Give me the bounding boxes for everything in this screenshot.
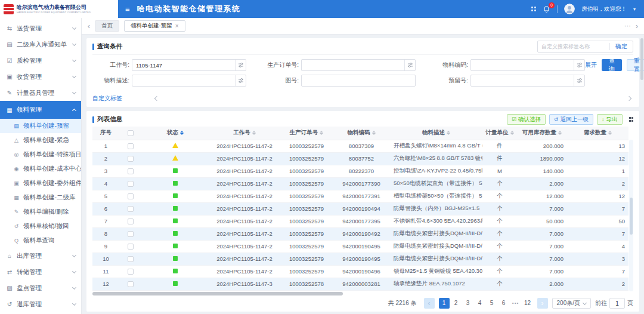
col-demand-qty[interactable]: 需求数量 (567, 127, 628, 140)
table-row[interactable]: 5 2024HPC1105-1147-2 10003252579 9420001… (92, 190, 628, 202)
tabs-forward-icon[interactable]: › (636, 22, 638, 30)
material-code-input[interactable] (471, 62, 574, 69)
material-desc-input[interactable] (132, 78, 235, 84)
col-work-no[interactable]: 工作号 (209, 127, 280, 140)
tab-home[interactable]: 首页 (95, 20, 119, 32)
sidebar-subitem-special-project[interactable]: ◎ 领料单创建-特殊项目 (0, 147, 81, 162)
fullscreen-icon[interactable] (531, 7, 536, 11)
sidebar-item-return-warehouse[interactable]: ↺ 退库管理 (0, 296, 81, 312)
scrollbar-thumb[interactable] (92, 292, 343, 295)
select-all-checkbox[interactable] (128, 130, 134, 136)
filter-icon[interactable] (235, 75, 246, 86)
goto-page-input[interactable] (609, 298, 625, 309)
col-status[interactable]: 状态 (142, 127, 209, 140)
page-number[interactable]: 1 (439, 298, 450, 309)
sort-icon[interactable] (608, 131, 612, 135)
sidebar-item-requisition[interactable]: ▦ 领料管理 (0, 101, 81, 119)
reserve-no-input[interactable] (471, 78, 574, 84)
page-size-select[interactable]: 200条/页 (552, 298, 591, 309)
chevron-right-icon[interactable] (627, 96, 631, 101)
row-checkbox[interactable] (128, 256, 134, 262)
avatar[interactable] (564, 4, 575, 14)
row-checkbox[interactable] (128, 156, 134, 162)
row-checkbox[interactable] (128, 218, 134, 224)
back-level-button[interactable]: ↺返回上一级 (549, 114, 593, 125)
sort-icon[interactable] (510, 131, 514, 135)
row-checkbox[interactable] (128, 168, 134, 174)
tag-search-input[interactable] (538, 44, 609, 50)
filter-icon[interactable] (404, 60, 415, 70)
tag-confirm-button[interactable]: 确定 (610, 42, 633, 51)
table-row[interactable]: 6 2024HPC1105-1147-2 10003252579 9420001… (92, 202, 628, 215)
page-number[interactable]: 2 (451, 298, 462, 309)
next-page-button[interactable]: › (537, 298, 548, 309)
sidebar-item-inbound-notice[interactable]: ▤ 二级库入库通知单 (0, 36, 81, 53)
sidebar-item-stocktake[interactable]: ▧ 盘点管理 (0, 280, 81, 296)
custom-tags-link[interactable]: 自定义标签 (92, 94, 122, 103)
table-row[interactable]: 9 2024HPC1105-1147-2 10003252579 9420001… (92, 240, 628, 253)
col-stock-qty[interactable]: 可用库存数量 (517, 127, 567, 140)
prev-page-button[interactable]: ‹ (424, 298, 435, 309)
table-row[interactable]: 3 2024HPC1105-1147-2 10003252579 8022237… (92, 165, 628, 177)
row-checkbox[interactable] (128, 244, 134, 250)
table-row[interactable]: 11 2024HPC1105-1147-2 10003252579 942000… (92, 265, 628, 278)
row-checkbox[interactable] (128, 143, 134, 149)
sort-icon[interactable] (372, 131, 376, 135)
sidebar-subitem-edit-delete[interactable]: ✎ 领料单编辑/删除 (0, 205, 81, 219)
page-number[interactable]: 6 (499, 298, 509, 309)
export-button[interactable]: ↓导出 (597, 114, 623, 125)
col-material-desc[interactable]: 物料描述 (390, 127, 482, 140)
user-menu-caret-icon[interactable]: ▾ (633, 7, 636, 12)
notification-bell-icon[interactable]: 0 (543, 5, 550, 13)
table-row[interactable]: 10 2024HPC1105-1147-2 10003252579 942000… (92, 253, 628, 265)
row-checkbox[interactable] (128, 193, 134, 199)
sidebar-item-outbound[interactable]: ⌂ 出库管理 (0, 248, 81, 264)
sort-icon[interactable] (447, 131, 450, 135)
sidebar-subitem-secondary-warehouse[interactable]: ▦ 领料单创建-二级库 (0, 190, 81, 205)
table-row[interactable]: 8 2024HPC1105-1147-2 10003252579 9420001… (92, 227, 628, 240)
page-scrollbar[interactable] (640, 38, 643, 80)
table-row[interactable]: 4 2024HPC1105-1147-2 10003252579 9420001… (92, 177, 628, 190)
sidebar-subitem-query[interactable]: Q 领料单查询 (0, 233, 81, 248)
sidebar-subitem-urgent[interactable]: △ 领料单创建-紧急 (0, 133, 81, 147)
sort-icon[interactable] (252, 131, 256, 135)
work-no-input[interactable] (132, 62, 235, 69)
order-no-input[interactable] (302, 62, 404, 69)
row-checkbox[interactable] (128, 281, 134, 287)
sidebar-item-receiving[interactable]: ▣ 收货管理 (0, 69, 81, 85)
column-settings-icon[interactable] (629, 117, 634, 122)
col-unit[interactable]: 计量单位 (482, 127, 517, 140)
sort-icon[interactable] (558, 131, 562, 135)
page-number[interactable]: 3 (463, 298, 473, 309)
confirm-selection-button[interactable]: ☑确认选择 (507, 114, 546, 125)
collapse-sidebar-icon[interactable]: ≡ (125, 5, 130, 14)
page-number[interactable]: 12 (522, 298, 533, 309)
drawing-no-input[interactable] (302, 78, 415, 84)
sort-icon[interactable] (180, 131, 184, 135)
sidebar-item-quality-inspection[interactable]: ☑ 质检管理 (0, 53, 81, 69)
table-row[interactable]: 1 2024HPC1105-1147-2 10003252579 8003730… (92, 140, 628, 152)
expand-link[interactable]: 展开 (585, 61, 597, 69)
col-order-no[interactable]: 生产订单号 (280, 127, 333, 140)
page-number[interactable]: 4 (475, 298, 485, 309)
filter-icon[interactable] (235, 60, 246, 70)
row-checkbox[interactable] (128, 269, 134, 275)
row-checkbox[interactable] (128, 181, 134, 187)
sidebar-subitem-reserve[interactable]: ▤ 领料单创建-预留 (0, 119, 81, 133)
filter-icon[interactable] (574, 60, 584, 70)
sort-icon[interactable] (320, 131, 323, 135)
sidebar-subitem-writeoff-withdraw[interactable]: ↺ 领料单核销/撤回 (0, 219, 81, 233)
table-vertical-scrollbar[interactable] (629, 140, 633, 291)
tab-requisition-reserve[interactable]: 领料单创建-预留 × (124, 20, 185, 32)
sidebar-subitem-outsourced-component[interactable]: ▣ 领料单创建-委外组件 (0, 176, 81, 190)
row-checkbox[interactable] (128, 231, 134, 237)
table-row[interactable]: 7 2024HPC1105-1147-2 10003252579 9420001… (92, 215, 628, 227)
sidebar-item-measuring-tools[interactable]: ✎ 计量器具管理 (0, 85, 81, 101)
page-number[interactable]: 5 (487, 298, 497, 309)
table-row[interactable]: 12 2024HPC1105-1147-3 10003252578 942000… (92, 278, 628, 290)
sidebar-item-transfer[interactable]: ⇄ 转储管理 (0, 264, 81, 280)
col-material-code[interactable]: 物料编码 (333, 127, 390, 140)
tabs-back-icon[interactable]: ‹ (88, 22, 90, 30)
filter-icon[interactable] (574, 75, 584, 86)
table-horizontal-scrollbar[interactable] (92, 292, 633, 295)
